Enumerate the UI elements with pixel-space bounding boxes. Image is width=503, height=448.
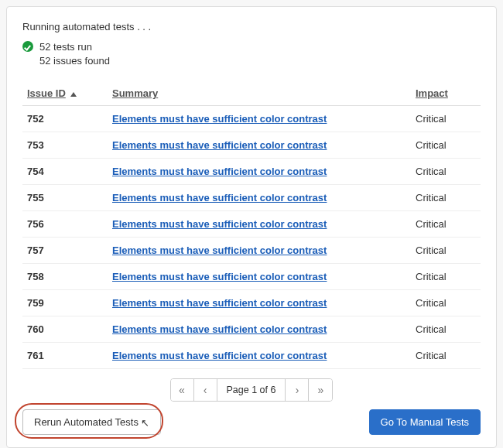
success-check-icon (22, 41, 33, 52)
summary-cell: Elements must have sufficient color cont… (108, 106, 411, 132)
impact-cell: Critical (411, 343, 481, 369)
issue-id-cell: 761 (22, 343, 108, 369)
issue-id-cell: 758 (22, 264, 108, 290)
go-to-manual-tests-button[interactable]: Go To Manual Tests (369, 409, 481, 435)
issue-id-cell: 759 (22, 290, 108, 316)
table-row: 756Elements must have sufficient color c… (22, 211, 481, 238)
issue-summary-link[interactable]: Elements must have sufficient color cont… (112, 350, 327, 361)
table-row: 760Elements must have sufficient color c… (22, 316, 481, 343)
table-row: 757Elements must have sufficient color c… (22, 238, 481, 264)
sort-issue-id[interactable]: Issue ID (27, 87, 66, 99)
issue-id-cell: 753 (22, 132, 108, 159)
summary-cell: Elements must have sufficient color cont… (108, 290, 411, 316)
issue-summary-link[interactable]: Elements must have sufficient color cont… (112, 192, 327, 203)
tests-run-count: 52 tests run (39, 40, 110, 54)
issue-summary-link[interactable]: Elements must have sufficient color cont… (112, 271, 327, 282)
summary-cell: Elements must have sufficient color cont… (108, 185, 411, 211)
summary-cell: Elements must have sufficient color cont… (108, 343, 411, 369)
impact-cell: Critical (411, 211, 481, 238)
col-header-issue-id: Issue ID (22, 81, 108, 106)
issue-summary-link[interactable]: Elements must have sufficient color cont… (112, 297, 327, 309)
issue-summary-link[interactable]: Elements must have sufficient color cont… (112, 166, 327, 177)
running-status: Running automated tests . . . (22, 21, 481, 32)
pager-page-label: Page 1 of 6 (217, 379, 286, 401)
issue-id-cell: 755 (22, 185, 108, 211)
impact-cell: Critical (411, 159, 481, 185)
impact-cell: Critical (411, 238, 481, 264)
summary-cell: Elements must have sufficient color cont… (108, 264, 411, 290)
table-row: 759Elements must have sufficient color c… (22, 290, 481, 316)
pager-first-button[interactable]: « (171, 379, 194, 401)
impact-cell: Critical (411, 106, 481, 132)
table-row: 754Elements must have sufficient color c… (22, 159, 481, 185)
issue-summary-link[interactable]: Elements must have sufficient color cont… (112, 218, 327, 230)
impact-cell: Critical (411, 264, 481, 290)
summary-cell: Elements must have sufficient color cont… (108, 238, 411, 264)
impact-cell: Critical (411, 132, 481, 159)
impact-cell: Critical (411, 316, 481, 343)
test-results-panel: Running automated tests . . . 52 tests r… (6, 6, 497, 448)
sort-asc-icon (70, 92, 77, 97)
pager-next-button[interactable]: › (286, 379, 309, 401)
pager-prev-button[interactable]: ‹ (194, 379, 217, 401)
issue-summary-link[interactable]: Elements must have sufficient color cont… (112, 245, 327, 256)
table-row: 761Elements must have sufficient color c… (22, 343, 481, 369)
summary-cell: Elements must have sufficient color cont… (108, 316, 411, 343)
issue-id-cell: 760 (22, 316, 108, 343)
issue-id-cell: 757 (22, 238, 108, 264)
sort-impact[interactable]: Impact (416, 87, 448, 99)
table-row: 758Elements must have sufficient color c… (22, 264, 481, 290)
issue-id-cell: 754 (22, 159, 108, 185)
table-row: 753Elements must have sufficient color c… (22, 132, 481, 159)
summary-cell: Elements must have sufficient color cont… (108, 132, 411, 159)
issues-found-count: 52 issues found (39, 54, 110, 68)
cursor-icon: ↖ (141, 417, 149, 429)
sort-summary[interactable]: Summary (112, 87, 158, 99)
rerun-automated-tests-button[interactable]: Rerun Automated Tests ↖ (22, 409, 161, 435)
summary-cell: Elements must have sufficient color cont… (108, 211, 411, 238)
table-row: 755Elements must have sufficient color c… (22, 185, 481, 211)
issue-id-cell: 756 (22, 211, 108, 238)
issues-table: Issue ID Summary Impact 752Elements must… (22, 81, 481, 369)
summary-cell: Elements must have sufficient color cont… (108, 159, 411, 185)
status-summary: 52 tests run 52 issues found (22, 40, 481, 67)
issue-id-cell: 752 (22, 106, 108, 132)
issue-summary-link[interactable]: Elements must have sufficient color cont… (112, 139, 327, 151)
col-header-summary: Summary (108, 81, 411, 106)
col-header-impact: Impact (411, 81, 481, 106)
footer-actions: Rerun Automated Tests ↖ Go To Manual Tes… (22, 409, 481, 435)
pagination: « ‹ Page 1 of 6 › » (22, 378, 481, 402)
issue-summary-link[interactable]: Elements must have sufficient color cont… (112, 323, 327, 335)
issue-summary-link[interactable]: Elements must have sufficient color cont… (112, 113, 327, 125)
pager-last-button[interactable]: » (309, 379, 332, 401)
impact-cell: Critical (411, 185, 481, 211)
impact-cell: Critical (411, 290, 481, 316)
table-row: 752Elements must have sufficient color c… (22, 106, 481, 132)
